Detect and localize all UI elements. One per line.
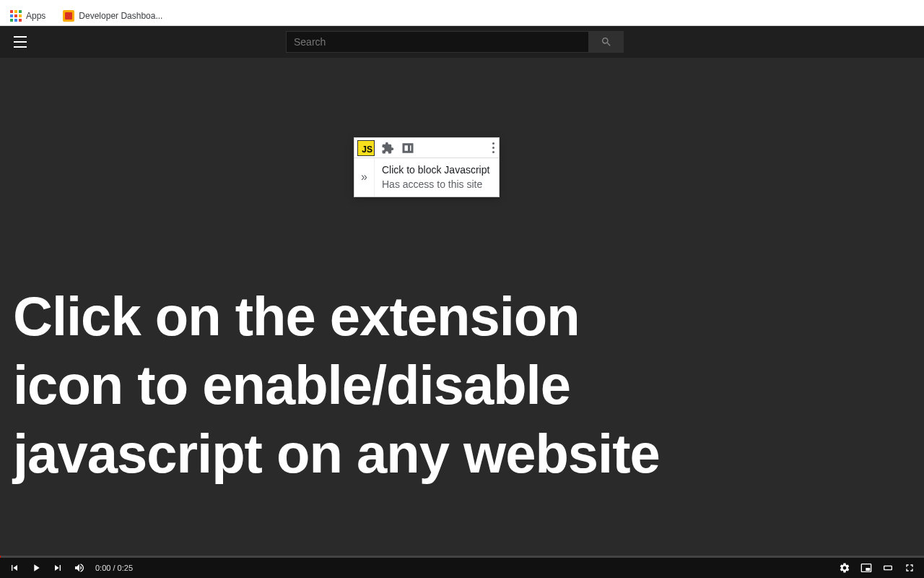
video-player-controls: 0:00 / 0:25 (0, 558, 924, 578)
player-time-display: 0:00 / 0:25 (95, 564, 133, 572)
extension-more-menu-icon[interactable] (492, 142, 494, 153)
settings-gear-icon[interactable] (839, 562, 850, 574)
miniplayer-icon[interactable] (860, 562, 872, 574)
apps-grid-icon (10, 10, 22, 22)
extension-tooltip-line1: Click to block Javascript (382, 163, 489, 177)
extension-tooltip-line2: Has access to this site (382, 177, 489, 191)
chevron-right-icon: » (354, 158, 375, 197)
next-track-icon[interactable] (52, 562, 64, 574)
video-canvas-area: JS » Click to block Javascript Has acces… (0, 58, 924, 558)
time-separator: / (110, 564, 117, 572)
search-button[interactable] (589, 31, 624, 53)
volume-icon[interactable] (74, 562, 85, 574)
bookmark-favicon-icon (63, 10, 74, 22)
play-icon[interactable] (30, 562, 42, 574)
player-left-controls: 0:00 / 0:25 (9, 562, 133, 574)
duration: 0:25 (118, 564, 133, 572)
extension-tooltip-body: » Click to block Javascript Has access t… (354, 158, 499, 197)
browser-chrome-top (0, 0, 924, 6)
bookmark-item-developer-dashboard[interactable]: Developer Dashboa... (58, 7, 167, 25)
extension-tooltip-text: Click to block Javascript Has access to … (375, 158, 497, 197)
javascript-extension-icon[interactable]: JS (357, 140, 375, 156)
fullscreen-icon[interactable] (904, 562, 915, 574)
menu-hamburger-icon[interactable] (12, 33, 29, 51)
instruction-overlay-text: Click on the extension icon to enable/di… (13, 282, 660, 488)
youtube-header (0, 26, 924, 58)
extension-tooltip-popup: JS » Click to block Javascript Has acces… (354, 137, 500, 197)
bookmark-bar: Apps Developer Dashboa... (0, 6, 924, 26)
search-icon (601, 36, 612, 48)
sidepanel-icon[interactable] (398, 138, 418, 158)
bookmark-label: Developer Dashboa... (79, 11, 162, 21)
apps-label: Apps (26, 11, 45, 21)
previous-track-icon[interactable] (9, 562, 20, 574)
theater-mode-icon[interactable] (882, 562, 894, 574)
extensions-puzzle-icon[interactable] (378, 138, 398, 158)
search-wrapper (286, 31, 624, 53)
apps-shortcut[interactable]: Apps (6, 7, 50, 25)
extension-toolbar-row: JS (354, 138, 499, 158)
player-right-controls (839, 562, 915, 574)
current-time: 0:00 (95, 564, 110, 572)
search-input[interactable] (286, 31, 589, 53)
